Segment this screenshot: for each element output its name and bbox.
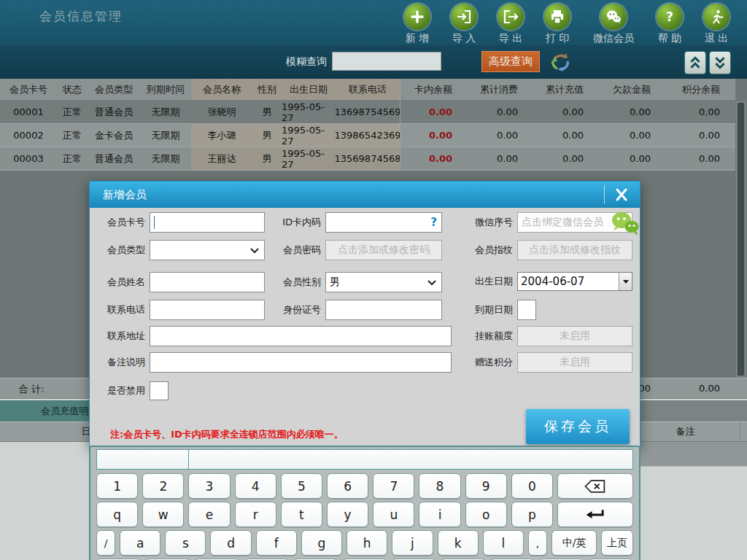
card-no-label: 会员卡号 (96, 216, 145, 229)
scrollbar-thumb[interactable] (738, 103, 744, 376)
key-1[interactable]: 1 (96, 473, 138, 499)
key-w[interactable]: w (142, 502, 184, 527)
key-o[interactable]: o (465, 502, 507, 527)
key-r[interactable]: r (235, 502, 276, 527)
key-s[interactable]: s (165, 530, 206, 556)
search-input[interactable] (332, 52, 441, 71)
key-g[interactable]: g (301, 530, 342, 556)
col-remark[interactable]: 备注 (630, 422, 740, 441)
key-e[interactable]: e (188, 502, 230, 527)
col-card-no[interactable]: 会员卡号 (0, 79, 57, 100)
key-u[interactable]: u (373, 502, 414, 527)
key-4[interactable]: 4 (235, 473, 276, 499)
key-5[interactable]: 5 (281, 473, 322, 499)
cell-card-no: 00001 (0, 101, 57, 123)
print-button[interactable]: 打 印 (534, 4, 581, 45)
fingerprint-set-button[interactable]: 点击添加或修改指纹 (517, 240, 632, 260)
table-row[interactable]: 00001 正常 普通会员 无限期 张晓明 男 1995-05-27 13698… (0, 101, 735, 124)
password-label: 会员密码 (280, 244, 321, 257)
ime-candidate-bar[interactable] (96, 449, 633, 470)
key-q[interactable]: q (96, 502, 138, 527)
key-y[interactable]: y (327, 502, 368, 527)
key-7[interactable]: 7 (373, 473, 414, 499)
key-h[interactable]: h (347, 530, 387, 556)
ime-candidate-segment[interactable] (189, 450, 632, 469)
close-icon (615, 188, 628, 201)
key-a[interactable]: a (120, 530, 160, 556)
id-number-input[interactable] (325, 300, 442, 320)
prev-page-key[interactable]: 上页 (601, 530, 633, 556)
col-expire[interactable]: 到期时间 (140, 79, 191, 100)
import-button[interactable]: 导 入 (441, 4, 487, 45)
new-member-button[interactable]: 新 增 (394, 4, 441, 45)
key-d[interactable]: d (210, 530, 251, 556)
key-9[interactable]: 9 (465, 473, 507, 499)
key-2[interactable]: 2 (142, 473, 184, 499)
col-points[interactable]: 积分余额 (658, 79, 727, 100)
lang-toggle-key[interactable]: 中/英 (551, 530, 597, 556)
id-card-input[interactable] (325, 212, 442, 233)
dropdown-arrow-icon[interactable] (619, 273, 632, 290)
enter-key[interactable] (557, 502, 633, 527)
key-j[interactable]: j (392, 530, 433, 556)
key-i[interactable]: i (419, 502, 460, 527)
wechat-member-button[interactable]: 微信会员 (581, 4, 646, 45)
phone-input[interactable] (150, 300, 265, 320)
save-member-button[interactable]: 保存会员 (526, 409, 630, 444)
disable-checkbox[interactable] (150, 381, 169, 400)
name-input[interactable] (150, 272, 265, 292)
table-row[interactable]: 00002 正常 金卡会员 无限期 李小璐 男 1995-05-27 13986… (0, 124, 735, 147)
key-p[interactable]: p (511, 502, 553, 527)
key-/[interactable]: / (96, 530, 115, 556)
col-balance[interactable]: 卡内余额 (400, 79, 460, 100)
double-up-button[interactable] (684, 51, 706, 74)
member-type-select[interactable] (150, 240, 265, 260)
gender-select[interactable]: 男 (325, 272, 442, 292)
cell-type: 普通会员 (88, 147, 140, 170)
password-set-button[interactable]: 点击添加或修改密码 (325, 240, 442, 260)
import-icon (451, 4, 477, 30)
col-debt[interactable]: 欠款金额 (591, 79, 658, 100)
col-recharge[interactable]: 累计充值 (525, 79, 591, 100)
refresh-icon[interactable] (549, 51, 572, 73)
remark-input[interactable] (150, 352, 452, 373)
key-6[interactable]: 6 (327, 473, 368, 499)
table-scrollbar[interactable] (736, 101, 746, 377)
key-f[interactable]: f (256, 530, 297, 556)
cell-debt: 0.00 (591, 147, 658, 170)
key-k[interactable]: k (438, 530, 479, 556)
member-type-label: 会员类型 (96, 244, 145, 257)
wechat-icon (600, 4, 627, 30)
col-name[interactable]: 会员名称 (191, 79, 252, 100)
ime-input-segment[interactable] (97, 450, 189, 469)
table-row[interactable]: 00003 正常 普通会员 无限期 王丽达 男 1995-05-27 13569… (0, 147, 735, 171)
key-t[interactable]: t (281, 502, 322, 527)
col-birth[interactable]: 出生日期 (282, 79, 336, 100)
col-gender[interactable]: 性别 (252, 79, 282, 100)
card-no-input[interactable] (150, 212, 265, 233)
help-question-icon[interactable]: ? (430, 216, 437, 229)
advanced-search-button[interactable]: 高级查询 (481, 51, 540, 72)
col-consume[interactable]: 累计消费 (460, 79, 525, 100)
col-type[interactable]: 会员类型 (88, 79, 140, 100)
cell-birth: 1995-05-27 (282, 147, 336, 170)
close-button[interactable] (612, 186, 631, 203)
double-down-button[interactable] (709, 51, 731, 74)
key-l[interactable]: l (483, 530, 524, 556)
key-0[interactable]: 0 (511, 473, 553, 499)
col-status[interactable]: 状态 (57, 79, 88, 100)
cell-phone: 13698754569 (336, 101, 400, 123)
exit-button[interactable]: 退 出 (693, 4, 740, 45)
birth-date-picker[interactable]: 2004-06-07 (517, 272, 632, 291)
key-,[interactable]: , (528, 530, 547, 556)
key-3[interactable]: 3 (188, 473, 230, 499)
address-input[interactable] (150, 326, 452, 346)
export-button[interactable]: 导 出 (487, 4, 534, 45)
col-phone[interactable]: 联系电话 (336, 79, 400, 100)
key-8[interactable]: 8 (419, 473, 460, 499)
backspace-icon (584, 480, 606, 493)
expire-date-box[interactable] (517, 300, 536, 320)
backspace-key[interactable] (557, 473, 633, 499)
cell-status: 正常 (57, 147, 88, 170)
help-button[interactable]: ? 帮 助 (646, 4, 693, 45)
